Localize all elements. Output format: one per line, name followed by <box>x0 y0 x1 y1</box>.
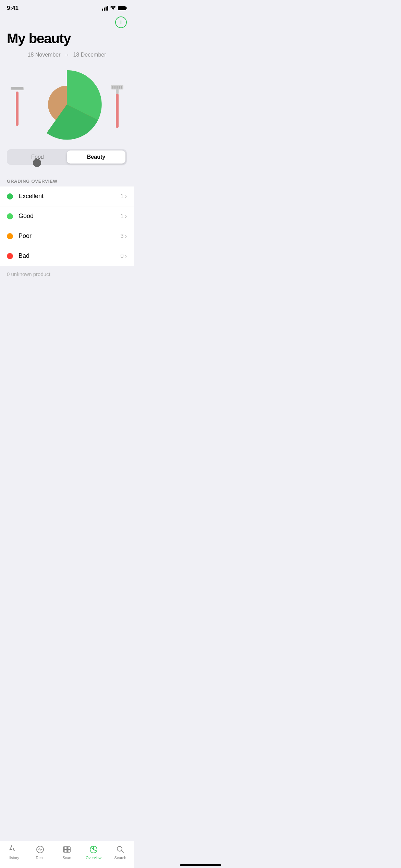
date-end: 18 December <box>73 52 106 58</box>
grade-count-poor: 3 <box>120 233 123 240</box>
grading-section: GRADING OVERVIEW Excellent 1 › Good 1 › … <box>0 173 134 266</box>
grade-label-excellent: Excellent <box>19 193 120 200</box>
grade-count-bad: 0 <box>120 253 123 260</box>
razor-icon <box>10 87 24 126</box>
grading-header: GRADING OVERVIEW <box>0 173 134 186</box>
chart-area <box>0 63 134 149</box>
info-button-row: i <box>0 14 134 28</box>
unknown-product: 0 unknown product <box>0 266 134 282</box>
grade-chevron-excellent: › <box>125 193 127 200</box>
grade-count-excellent: 1 <box>120 193 123 200</box>
date-range: 18 November → 18 December <box>0 52 134 63</box>
grade-poor[interactable]: Poor 3 › <box>0 226 134 246</box>
grade-chevron-poor: › <box>125 233 127 239</box>
date-arrow: → <box>64 52 70 58</box>
toggle-beauty[interactable]: Beauty <box>67 150 125 164</box>
grade-chevron-good: › <box>125 213 127 219</box>
grade-excellent[interactable]: Excellent 1 › <box>0 186 134 206</box>
grade-label-bad: Bad <box>19 252 120 260</box>
grade-bad[interactable]: Bad 0 › <box>0 246 134 266</box>
grade-label-poor: Poor <box>19 232 120 240</box>
grade-dot-excellent <box>7 193 13 200</box>
svg-rect-2 <box>106 7 107 11</box>
svg-rect-3 <box>107 6 108 11</box>
toggle-indicator <box>33 159 41 167</box>
wifi-icon <box>110 6 116 10</box>
grading-list: Excellent 1 › Good 1 › Poor 3 › Bad 0 › <box>0 186 134 266</box>
grade-good[interactable]: Good 1 › <box>0 206 134 226</box>
status-bar: 9:41 <box>0 0 134 14</box>
grade-dot-good <box>7 213 13 219</box>
svg-rect-4 <box>118 6 126 10</box>
grade-label-good: Good <box>19 213 120 220</box>
page-title: My beauty <box>0 28 134 52</box>
signal-icon <box>102 6 108 11</box>
battery-icon <box>118 6 127 11</box>
svg-rect-0 <box>102 9 103 11</box>
svg-rect-5 <box>126 7 127 9</box>
grade-dot-poor <box>7 233 13 239</box>
toothbrush-icon <box>111 85 123 128</box>
grade-chevron-bad: › <box>125 253 127 259</box>
date-start: 18 November <box>28 52 61 58</box>
svg-rect-1 <box>104 8 105 11</box>
status-icons <box>102 6 127 11</box>
grade-dot-bad <box>7 253 13 259</box>
status-time: 9:41 <box>7 5 19 12</box>
info-button[interactable]: i <box>115 16 127 28</box>
category-toggle[interactable]: Food Beauty <box>7 149 127 165</box>
pie-chart[interactable] <box>29 67 105 142</box>
grade-count-good: 1 <box>120 213 123 220</box>
info-icon: i <box>120 19 122 25</box>
